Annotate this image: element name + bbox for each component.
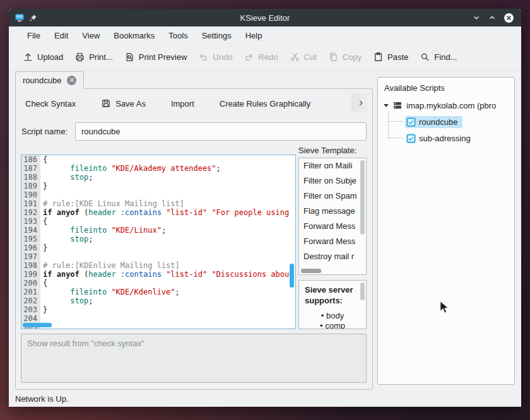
editor-horizontal-scrollbar[interactable] xyxy=(23,323,52,327)
editor-vertical-scrollbar[interactable] xyxy=(290,264,294,288)
line-number: 190 xyxy=(21,190,40,199)
code-line: 200{ xyxy=(21,279,295,288)
toolbar-label: Paste xyxy=(387,52,408,62)
script-label: sub-adressing xyxy=(419,134,471,143)
toolbar-redo: Redo xyxy=(244,52,278,62)
toolbar-find[interactable]: Find... xyxy=(420,52,457,62)
menu-item-settings[interactable]: Settings xyxy=(195,28,238,44)
selected-script[interactable]: roundcube xyxy=(405,116,462,128)
available-scripts-title: Available Scripts xyxy=(378,78,514,97)
template-item[interactable]: Filter on Spam xyxy=(299,189,366,204)
code-line: 189} xyxy=(21,182,295,190)
line-number: 204 xyxy=(21,314,40,323)
sieve-template-list: Filter on MailiFilter on SubjeFilter on … xyxy=(298,158,367,275)
template-items: Filter on MailiFilter on SubjeFilter on … xyxy=(299,158,366,264)
tree-item-server[interactable]: imap.mykolab.com (pbro xyxy=(378,97,514,114)
template-item[interactable]: Forward Mess xyxy=(299,234,366,249)
print-icon xyxy=(74,52,85,62)
save-icon xyxy=(101,98,111,108)
line-number: 201 xyxy=(21,288,40,296)
toolbar-paste[interactable]: Paste xyxy=(373,52,408,62)
tree-item-script-sub-adressing[interactable]: sub-adressing xyxy=(378,130,514,146)
toolbar-label: Find... xyxy=(434,52,457,62)
action-import[interactable]: Import xyxy=(165,96,200,112)
pin-icon[interactable] xyxy=(29,14,37,22)
toolbar-print[interactable]: Print... xyxy=(74,52,113,62)
code-line: 187 fileinto "KDE/Akademy attendees"; xyxy=(21,164,295,173)
upload-icon xyxy=(23,52,33,62)
toolbar-upload[interactable]: Upload xyxy=(23,52,63,62)
checkbox-checked-icon[interactable] xyxy=(406,134,416,143)
menu-bar: FileEditViewBookmarksToolsSettingsHelp xyxy=(9,26,521,44)
template-item[interactable]: Filter on Subje xyxy=(299,173,366,189)
template-item[interactable]: Destroy mail r xyxy=(299,249,366,264)
line-number: 195 xyxy=(21,235,40,243)
script-name-input[interactable] xyxy=(75,122,367,141)
undo-icon xyxy=(198,52,209,62)
template-item[interactable]: Forward Mess xyxy=(299,219,366,234)
menu-item-edit[interactable]: Edit xyxy=(47,28,75,44)
editor-actions: Check SyntaxSave AsImportCreate Rules Gr… xyxy=(20,95,316,112)
code-line: 192if anyof (header :contains "list-id" … xyxy=(21,208,295,217)
action-create-rules-graphically[interactable]: Create Rules Graphically xyxy=(214,96,317,112)
code-line: 205 xyxy=(21,323,295,329)
code-line: 199if anyof (header :contains "list-id" … xyxy=(21,270,295,279)
menu-item-view[interactable]: View xyxy=(75,28,107,44)
checkbox-checked-icon[interactable] xyxy=(406,117,416,127)
toolbar-label: Upload xyxy=(37,52,63,62)
menu-item-bookmarks[interactable]: Bookmarks xyxy=(107,28,162,44)
action-label: Create Rules Graphically xyxy=(220,99,311,108)
action-label: Save As xyxy=(115,99,146,108)
window-title: KSieve Editor xyxy=(9,13,521,23)
tab-close-icon[interactable]: ✕ xyxy=(67,76,76,85)
script[interactable]: sub-adressing xyxy=(405,132,476,144)
code-line: 190 xyxy=(21,190,295,199)
app-icon xyxy=(15,13,25,23)
action-label: Check Syntax xyxy=(25,99,76,108)
code-line: 203} xyxy=(21,305,295,314)
line-number: 200 xyxy=(21,279,40,288)
server-supports-list: • body• comp xyxy=(305,311,360,329)
maximize-button[interactable] xyxy=(488,13,497,22)
action-check-syntax[interactable]: Check Syntax xyxy=(20,96,81,112)
chevron-down-icon xyxy=(472,13,481,22)
line-number: 189 xyxy=(21,182,40,190)
check-syntax-result-box: Show result from "check syntax" xyxy=(21,334,367,383)
toolbar-label: Copy xyxy=(343,52,362,62)
titlebar[interactable]: KSieve Editor xyxy=(9,9,521,26)
line-number: 188 xyxy=(21,173,40,182)
chevron-right-icon: › xyxy=(359,95,363,109)
ksieve-editor-window: KSieve Editor FileEditViewBookma xyxy=(9,9,521,407)
line-number: 197 xyxy=(21,252,40,261)
code-line: 193{ xyxy=(21,217,295,226)
code-lines: 186{187 fileinto "KDE/Akademy attendees"… xyxy=(21,155,295,329)
expander-arrow-icon[interactable] xyxy=(384,104,389,107)
template-item[interactable]: Flag message xyxy=(299,204,366,219)
toolbar-overflow-button[interactable]: › xyxy=(351,93,370,112)
menu-item-file[interactable]: File xyxy=(20,28,47,44)
tab-roundcube[interactable]: roundcube ✕ xyxy=(15,71,84,89)
server-supports-box: Sieve server supports: • body• comp xyxy=(298,280,367,329)
network-status-text: Network is Up. xyxy=(15,394,69,404)
tree-item-script-roundcube[interactable]: roundcube xyxy=(378,114,514,130)
template-vertical-scrollbar[interactable] xyxy=(360,160,365,235)
supports-vertical-scrollbar[interactable] xyxy=(360,283,365,300)
menu-item-help[interactable]: Help xyxy=(238,28,269,44)
minimize-button[interactable] xyxy=(472,13,481,22)
toolbar-print-preview[interactable]: Print Preview xyxy=(124,52,187,62)
template-horizontal-scrollbar[interactable] xyxy=(301,269,321,273)
toolbar-undo: Undo xyxy=(198,52,232,62)
template-item[interactable]: Filter on Maili xyxy=(299,158,366,173)
line-number: 202 xyxy=(21,296,40,305)
print-preview-icon xyxy=(124,52,135,62)
code-line: 198# rule:[KDEnlive Mailing list] xyxy=(21,261,295,270)
close-button[interactable] xyxy=(504,13,514,23)
code-line: 202 stop; xyxy=(21,296,295,305)
action-save-as[interactable]: Save As xyxy=(95,95,151,112)
menu-item-tools[interactable]: Tools xyxy=(162,28,194,44)
status-bar: Network is Up. xyxy=(9,390,521,407)
line-number: 187 xyxy=(21,164,40,173)
code-editor[interactable]: 186{187 fileinto "KDE/Akademy attendees"… xyxy=(21,155,296,329)
tab-label: roundcube xyxy=(23,76,61,85)
scripts-tree: imap.mykolab.com (pbro roundcubesub-adre… xyxy=(378,97,514,146)
